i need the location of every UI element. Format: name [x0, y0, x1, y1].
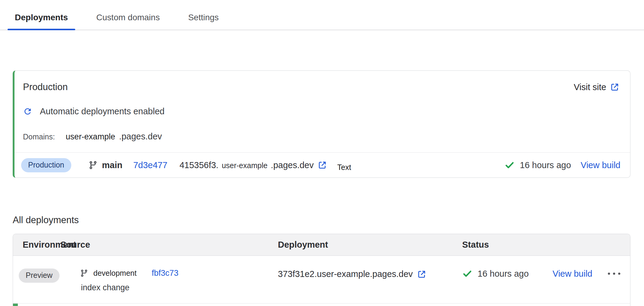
- git-branch-icon: [89, 161, 98, 170]
- deployment-domain: user-example: [222, 161, 267, 170]
- deployment-url: 373f31e2. user-example .pages.dev: [278, 269, 462, 279]
- visit-site-label: Visit site: [574, 82, 606, 92]
- column-header-environment: Environment: [13, 240, 60, 250]
- environment-badge: Preview: [19, 269, 60, 283]
- deployment-suffix: .pages.dev: [370, 269, 413, 279]
- tab-deployments[interactable]: Deployments: [8, 8, 75, 30]
- row-actions-menu-button[interactable]: [607, 270, 622, 277]
- production-card-title: Production: [23, 82, 68, 93]
- git-branch-icon: [80, 269, 88, 277]
- column-header-source: Source: [60, 240, 278, 250]
- branch-name: development: [93, 269, 137, 278]
- production-deployment-row: Production main 7d3e477 415356f3. user-e…: [14, 152, 630, 177]
- auto-deployments-text: Automatic deployments enabled: [40, 106, 165, 116]
- domain-name: user-example: [66, 132, 115, 142]
- domains-label: Domains:: [23, 132, 55, 141]
- deployment-domain: user-example: [317, 269, 370, 279]
- view-build-link[interactable]: View build: [552, 269, 592, 279]
- success-check-icon: [462, 269, 472, 279]
- visit-site-link[interactable]: Visit site: [574, 82, 619, 92]
- column-header-status: Status: [462, 240, 630, 250]
- environment-badge: Production: [21, 158, 71, 172]
- deployment-url: 415356f3. user-example .pages.dev: [179, 160, 327, 170]
- production-card: Production Visit site Automatic deploym: [13, 70, 630, 178]
- tab-settings[interactable]: Settings: [181, 8, 226, 30]
- deployments-table: Environment Source Deployment Status Pre…: [13, 234, 630, 306]
- commit-hash-link[interactable]: fbf3c73: [152, 269, 179, 278]
- commit-message: Text: [337, 163, 351, 172]
- deployment-subdomain: 415356f3.: [179, 160, 218, 170]
- table-header-row: Environment Source Deployment Status: [13, 234, 630, 256]
- commit-hash-link[interactable]: 7d3e477: [133, 160, 167, 170]
- refresh-icon: [23, 107, 32, 116]
- commit-message: index change: [80, 283, 278, 292]
- branch-name: main: [102, 160, 123, 170]
- table-row: Preview development fbf3c73 index change…: [13, 256, 630, 304]
- deployment-time: 16 hours ago: [520, 160, 571, 170]
- success-check-icon: [504, 160, 515, 170]
- domain-suffix: .pages.dev: [119, 132, 162, 142]
- tab-bar: Deployments Custom domains Settings: [0, 8, 644, 30]
- view-build-link[interactable]: View build: [581, 160, 620, 170]
- deployment-time: 16 hours ago: [478, 269, 529, 279]
- all-deployments-title: All deployments: [13, 215, 644, 226]
- open-deployment-icon[interactable]: [417, 270, 426, 279]
- tab-custom-domains[interactable]: Custom domains: [89, 8, 167, 30]
- external-link-icon: [610, 83, 619, 92]
- deployment-suffix: .pages.dev: [271, 160, 314, 170]
- column-header-deployment: Deployment: [278, 240, 462, 250]
- open-deployment-icon[interactable]: [318, 161, 327, 170]
- next-row-status-bar: [13, 304, 18, 306]
- deployment-subdomain: 373f31e2.: [278, 269, 317, 279]
